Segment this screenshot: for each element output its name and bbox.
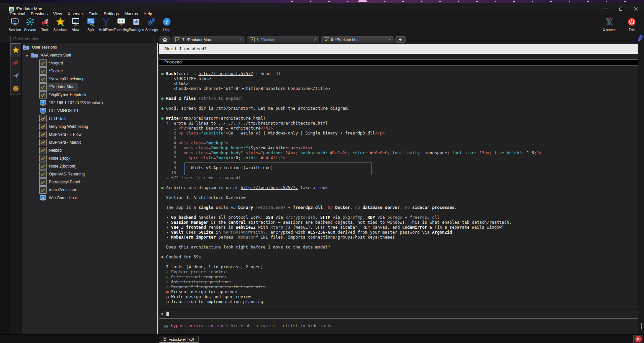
menu-item-tools[interactable]: Tools [89, 12, 98, 16]
sidebar-nav-tools-knife-icon[interactable] [10, 56, 21, 69]
desktop-strip-dot [476, 1, 478, 2]
session-item-node-1-top[interactable]: Node 1(top) [22, 154, 159, 162]
session-item-new-cp01-heistacp[interactable]: *New-cp01-heistacp [22, 75, 159, 83]
menu-bar: TerminalSessionsViewX serverToolsSetting… [0, 11, 644, 17]
toolbar-button-sessions[interactable]: Sessions [53, 17, 68, 32]
tree-root-user-sessions[interactable]: User sessions [22, 43, 159, 51]
settings-icon [147, 17, 156, 26]
tab-home[interactable] [159, 36, 171, 43]
session-item-mspnerd-itflow[interactable]: MSPNerd - ITFlow [22, 131, 159, 138]
terminal-line: - Session Manager is the central abstrac… [159, 220, 638, 225]
prompt-input[interactable]: > [159, 309, 638, 319]
menu-item-terminal[interactable]: Terminal [10, 12, 25, 16]
toolbar-button-servers[interactable]: Servers [22, 17, 38, 32]
session-item-win-game-host[interactable]: Win Game Host [22, 194, 159, 202]
session-item-label: *New-cp01-heistacp [49, 77, 84, 81]
terminal-line: □ Write design doc and spec review [159, 294, 638, 299]
toolbar-button-help[interactable]: ?Help [159, 17, 174, 32]
toolbar-button-exit[interactable]: Exit [622, 17, 641, 32]
toolbar-button-split[interactable]: Split [83, 17, 98, 32]
menu-item-macros[interactable]: Macros [125, 12, 138, 16]
tab-8-docker[interactable]: 8. *Docker× [246, 36, 320, 43]
close-circle-icon: ✕ [635, 336, 642, 342]
tree-group-aaa-vantz-s-stuff[interactable]: AAA Vantz's Stuff [22, 51, 159, 59]
terminal-line: ● Bash(curl -s http://localhost:57577 | … [159, 71, 638, 76]
session-item-pterodactyl-panel[interactable]: Pterodactyl Panel [22, 178, 159, 186]
session-item-docker[interactable]: *Docker [22, 67, 159, 75]
toolbar-button-packages[interactable]: Packages [129, 17, 144, 32]
session-item-wrap: *Asgard [39, 59, 66, 67]
session-item-greyming-webhosting[interactable]: Greyming Webhosting [22, 123, 159, 131]
new-tab-button[interactable]: + [395, 36, 406, 43]
session-item-mspnerd-mautic[interactable]: MSPNerd - Mautic [22, 138, 159, 146]
session-item-node-2-bottom[interactable]: Node 2(bottom) [22, 162, 159, 170]
split-icon [86, 17, 95, 26]
help-icon: ? [162, 17, 171, 26]
tab-close-icon[interactable]: × [388, 37, 391, 42]
menu-item-sessions[interactable]: Sessions [31, 12, 48, 16]
session-item-192-168-1-107-ups-monitor[interactable]: 192.168.1.107 ([UPS-Monitor]) [22, 99, 159, 107]
desktop-strip-dot [291, 1, 293, 2]
tab-close-icon[interactable]: × [314, 37, 316, 42]
desktop-strip-dot [384, 1, 385, 2]
chevron-down-icon[interactable] [25, 53, 29, 57]
sidebar-nav-macros-plane-icon[interactable] [10, 69, 21, 82]
desktop-strip-dot [439, 1, 441, 2]
terminal[interactable]: Shall I go ahead? Proceed● Bash(curl -s … [159, 43, 638, 334]
session-item-wrap: Win Game Host [39, 194, 80, 202]
macros-plane-icon [12, 72, 19, 79]
terminal-scrollbar-track[interactable] [638, 43, 644, 334]
session-item-netbird[interactable]: Netbird [22, 146, 159, 154]
session-item-label: Pterodactyl Panel [49, 180, 80, 184]
terminal-line: ● Architecture diagram is up at http://l… [159, 185, 638, 190]
session-icon [10, 17, 19, 26]
toolbar-button-settings[interactable]: Settings [144, 17, 159, 32]
toolbar-button-tools[interactable]: Tools [38, 17, 53, 32]
menu-item-settings[interactable]: Settings [104, 12, 119, 16]
menu-item-view[interactable]: View [53, 12, 62, 16]
text-cursor [166, 312, 169, 316]
status-line: ▯▯ bypass permissions on (shift+tab to c… [159, 323, 638, 328]
session-item-ctg-unifi[interactable]: CTG Unifi [22, 115, 159, 123]
tab-label: 9. *Predator Mac [331, 38, 386, 42]
toolbar-button-x-server[interactable]: X server [600, 17, 619, 32]
session-item-predator-mac[interactable]: *Predator Mac [22, 83, 159, 91]
terminal-close-button[interactable]: ✕ [633, 335, 643, 343]
sidebar-nav-remote-globe-icon[interactable] [10, 82, 21, 95]
desktop-strip-dot [402, 1, 404, 2]
terminal-line: ∗ Cooked for 59s [159, 254, 638, 259]
terminal-line: - Vault uses SQLite in %APPDATA%\Wraith\… [159, 230, 638, 235]
session-item-rmm-t2cnc-com[interactable]: rmm.t2cnc.com [22, 186, 159, 194]
session-item-vigilcyber-helpdesk[interactable]: *VigilCyber-Helpdesk [22, 91, 159, 99]
terminal-line: ▯ Wrote 82 lines to ../../../../tmp/brai… [159, 121, 638, 126]
toolbar-button-session[interactable]: Session [7, 17, 22, 32]
sidebar-nav-sessions-star-icon[interactable] [10, 43, 21, 56]
toolbar-button-tunneling[interactable]: Tunneling [114, 17, 129, 32]
terminal-line [159, 101, 638, 106]
sidebar-nav-strip [10, 43, 21, 334]
session-item-label: CTG Unifi [49, 116, 66, 121]
terminal-scrollbar-thumb[interactable] [641, 323, 642, 329]
tools-icon [41, 17, 50, 26]
toolbar-button-view[interactable]: View [68, 17, 83, 32]
session-item-asgard[interactable]: *Asgard [22, 59, 159, 67]
session-item-wrap: 192.168.1.107 ([UPS-Monitor]) [39, 99, 106, 107]
session-item-openvas-reporting[interactable]: OpenVAS-Reporting [22, 170, 159, 178]
desktop-strip-dot [513, 1, 515, 2]
footer-session-tab[interactable]: vstockwell (x3) [159, 336, 198, 343]
tab-label: 8. *Docker [257, 38, 312, 42]
session-item-clt-vmhost01[interactable]: CLT-VMHOST01 [22, 107, 159, 115]
tab-close-icon[interactable]: × [240, 37, 242, 42]
quick-connect-input[interactable] [10, 36, 155, 42]
terminal-line: 7 <pre style="margin:0; color: #c4c4ff;"… [159, 155, 638, 160]
rdp-monitor-icon [39, 194, 47, 202]
attachments-paperclip-icon[interactable] [635, 34, 643, 43]
session-item-wrap: OpenVAS-Reporting [39, 170, 88, 178]
proceed-option[interactable]: Proceed [159, 59, 638, 65]
tab-7-predator-mac[interactable]: 7. *Predator Mac× [172, 36, 245, 43]
toolbar-button-multiexec[interactable]: MultiExec [98, 17, 114, 32]
tab-9-predator-mac[interactable]: 9. *Predator Mac× [321, 36, 394, 43]
terminal-line: 5 <div class="mockup-header">System Arch… [159, 145, 638, 150]
menu-item-help[interactable]: Help [144, 12, 152, 16]
menu-item-x-server[interactable]: X server [68, 12, 83, 16]
